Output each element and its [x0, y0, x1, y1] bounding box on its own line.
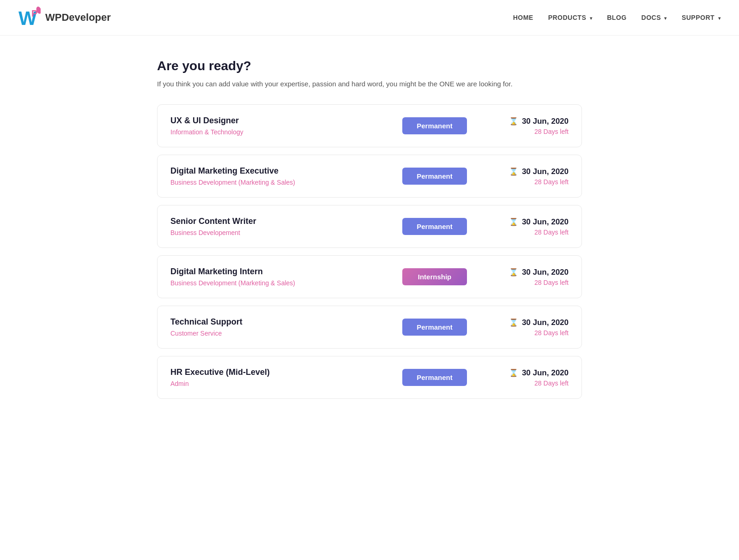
job-info: Technical Support Customer Service — [170, 317, 393, 337]
job-category: Business Development (Marketing & Sales) — [170, 179, 393, 186]
deadline-date: ⌛ 30 Jun, 2020 — [476, 368, 569, 378]
logo[interactable]: W P WPDeveloper — [18, 6, 111, 29]
job-category: Business Development (Marketing & Sales) — [170, 279, 393, 287]
job-type-badge: Permanent — [402, 218, 467, 235]
job-badge-area: Permanent — [393, 168, 476, 185]
hourglass-icon: ⌛ — [509, 318, 518, 327]
hourglass-icon: ⌛ — [509, 167, 518, 176]
days-left: 28 Days left — [476, 128, 569, 135]
nav-item-docs[interactable]: DOCS ▾ — [642, 13, 667, 22]
days-left: 28 Days left — [476, 178, 569, 186]
deadline-text: 30 Jun, 2020 — [522, 368, 569, 378]
job-badge-area: Permanent — [393, 319, 476, 336]
deadline-text: 30 Jun, 2020 — [522, 167, 569, 176]
job-type-badge: Permanent — [402, 117, 467, 134]
job-type-badge: Internship — [402, 268, 467, 285]
job-deadline: ⌛ 30 Jun, 2020 28 Days left — [476, 268, 569, 286]
hourglass-icon: ⌛ — [509, 117, 518, 126]
job-deadline: ⌛ 30 Jun, 2020 28 Days left — [476, 117, 569, 135]
job-info: HR Executive (Mid-Level) Admin — [170, 367, 393, 387]
job-badge-area: Permanent — [393, 369, 476, 386]
days-left: 28 Days left — [476, 329, 569, 337]
deadline-text: 30 Jun, 2020 — [522, 268, 569, 277]
job-card[interactable]: UX & UI Designer Information & Technolog… — [157, 104, 582, 147]
nav-item-blog[interactable]: BLOG — [607, 13, 626, 22]
job-type-badge: Permanent — [402, 168, 467, 185]
days-left: 28 Days left — [476, 229, 569, 236]
page-subtitle: If you think you can add value with your… — [157, 80, 582, 88]
job-title: Digital Marketing Executive — [170, 166, 393, 176]
job-card[interactable]: Technical Support Customer Service Perma… — [157, 306, 582, 349]
job-title: Senior Content Writer — [170, 217, 393, 226]
job-info: Digital Marketing Executive Business Dev… — [170, 166, 393, 186]
job-title: Digital Marketing Intern — [170, 267, 393, 277]
navbar: W P WPDeveloper HOME PRODUCTS ▾ BLOG DOC… — [0, 0, 739, 36]
job-category: Admin — [170, 380, 393, 387]
job-info: UX & UI Designer Information & Technolog… — [170, 116, 393, 136]
deadline-date: ⌛ 30 Jun, 2020 — [476, 217, 569, 227]
wp-logo-icon: W P — [18, 6, 41, 29]
job-title: HR Executive (Mid-Level) — [170, 367, 393, 377]
job-badge-area: Permanent — [393, 218, 476, 235]
nav-item-products[interactable]: PRODUCTS ▾ — [548, 13, 592, 22]
job-card[interactable]: Digital Marketing Executive Business Dev… — [157, 155, 582, 198]
job-list: UX & UI Designer Information & Technolog… — [157, 104, 582, 406]
job-card[interactable]: HR Executive (Mid-Level) Admin Permanent… — [157, 356, 582, 399]
job-card[interactable]: Senior Content Writer Business Developem… — [157, 205, 582, 248]
job-category: Business Developement — [170, 229, 393, 236]
job-type-badge: Permanent — [402, 319, 467, 336]
nav-links: HOME PRODUCTS ▾ BLOG DOCS ▾ SUPPORT ▾ — [513, 13, 721, 22]
job-deadline: ⌛ 30 Jun, 2020 28 Days left — [476, 368, 569, 387]
job-info: Senior Content Writer Business Developem… — [170, 217, 393, 236]
job-deadline: ⌛ 30 Jun, 2020 28 Days left — [476, 217, 569, 236]
deadline-text: 30 Jun, 2020 — [522, 318, 569, 327]
deadline-date: ⌛ 30 Jun, 2020 — [476, 318, 569, 327]
job-deadline: ⌛ 30 Jun, 2020 28 Days left — [476, 318, 569, 337]
days-left: 28 Days left — [476, 379, 569, 387]
job-deadline: ⌛ 30 Jun, 2020 28 Days left — [476, 167, 569, 186]
job-category: Customer Service — [170, 330, 393, 337]
nav-item-home[interactable]: HOME — [513, 13, 533, 22]
logo-text: WPDeveloper — [45, 12, 111, 24]
deadline-text: 30 Jun, 2020 — [522, 217, 569, 227]
job-title: Technical Support — [170, 317, 393, 327]
page-title: Are you ready? — [157, 59, 582, 73]
job-card[interactable]: Digital Marketing Intern Business Develo… — [157, 255, 582, 298]
days-left: 28 Days left — [476, 279, 569, 286]
deadline-date: ⌛ 30 Jun, 2020 — [476, 167, 569, 176]
job-info: Digital Marketing Intern Business Develo… — [170, 267, 393, 287]
hourglass-icon: ⌛ — [509, 368, 518, 377]
job-type-badge: Permanent — [402, 369, 467, 386]
main-content: Are you ready? If you think you can add … — [139, 36, 600, 429]
deadline-text: 30 Jun, 2020 — [522, 117, 569, 126]
deadline-date: ⌛ 30 Jun, 2020 — [476, 268, 569, 277]
nav-item-support[interactable]: SUPPORT ▾ — [682, 13, 721, 22]
job-badge-area: Internship — [393, 268, 476, 285]
job-category: Information & Technology — [170, 128, 393, 136]
deadline-date: ⌛ 30 Jun, 2020 — [476, 117, 569, 126]
job-title: UX & UI Designer — [170, 116, 393, 126]
hourglass-icon: ⌛ — [509, 268, 518, 277]
hourglass-icon: ⌛ — [509, 217, 518, 226]
job-badge-area: Permanent — [393, 117, 476, 134]
